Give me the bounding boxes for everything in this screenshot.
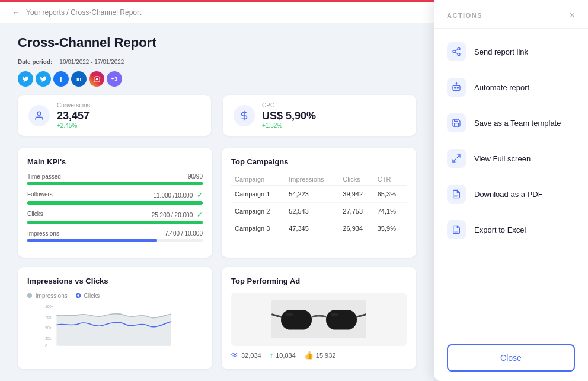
report-title: Cross-Channel Report — [18, 35, 416, 50]
svg-line-27 — [455, 52, 458, 54]
svg-point-2 — [37, 112, 41, 115]
action-excel[interactable]: XLS Export to Excel — [434, 212, 588, 247]
conversions-value: 23,457 — [57, 110, 90, 122]
close-button[interactable]: Close — [447, 344, 575, 372]
svg-point-30 — [456, 83, 456, 84]
cpc-value: US$ 5,90% — [262, 110, 316, 122]
pdf-label: Download as a PDF — [474, 190, 543, 199]
main-grid: Main KPI's Time passed 90/90 Foll — [18, 148, 416, 258]
likes-value: 15,932 — [316, 352, 336, 359]
campaigns-table: Campaign Impressions Clicks CTR Campaign… — [231, 173, 407, 237]
action-team-template[interactable]: Save as a Team template — [434, 105, 588, 141]
actions-title: ACTIONS — [447, 12, 482, 19]
col-ctr: CTR — [374, 173, 407, 186]
save-team-icon — [447, 113, 466, 132]
camp3-name: Campaign 3 — [231, 220, 285, 237]
kpi-card: Main KPI's Time passed 90/90 Foll — [18, 148, 212, 258]
kpi-clicks-fill — [27, 221, 203, 224]
excel-label: Export to Excel — [474, 226, 526, 234]
camp1-ctr: 65,3% — [374, 186, 407, 203]
ad-shares: ↑ 10,834 — [270, 351, 296, 360]
col-impressions: Impressions — [285, 173, 339, 186]
send-report-label: Send report link — [474, 47, 528, 56]
likes-icon: 👍 — [304, 351, 314, 360]
close-x-button[interactable]: × — [570, 11, 575, 20]
svg-text:100k: 100k — [45, 304, 54, 309]
col-campaign: Campaign — [231, 173, 285, 186]
conversions-metric: Conversions 23,457 +2.45% — [18, 95, 211, 136]
camp1-impressions: 54,223 — [285, 186, 339, 203]
conversions-data: Conversions 23,457 +2.45% — [57, 102, 90, 129]
kpi-impressions-fill — [27, 239, 157, 242]
chart-title: Impressions vs Clicks — [27, 277, 203, 285]
camp2-ctr: 74,1% — [374, 203, 407, 220]
cpc-icon — [234, 105, 255, 126]
automate-label: Automate report — [474, 83, 529, 92]
views-icon: 👁 — [231, 351, 239, 360]
kpi-clicks-value: 25.200 / 20.000 ✓ — [152, 211, 203, 219]
action-send-report[interactable]: Send report link — [434, 34, 588, 69]
facebook-icon[interactable]: f — [53, 71, 69, 87]
report-content: Cross-Channel Report Date period: 10/01/… — [0, 23, 434, 381]
col-clicks: Clicks — [339, 173, 373, 186]
sunglasses-image — [271, 300, 366, 338]
kpi-time: Time passed 90/90 — [27, 173, 203, 185]
views-value: 32,034 — [241, 352, 261, 359]
chart-legend: Impressions Clicks — [27, 293, 203, 299]
action-fullscreen[interactable]: View Full screen — [434, 141, 588, 176]
svg-text:0: 0 — [45, 344, 47, 347]
actions-panel: ACTIONS × Send report link — [434, 0, 588, 381]
fullscreen-icon — [447, 149, 466, 168]
campaigns-title: Top Campaigns — [231, 157, 407, 166]
svg-line-38 — [457, 155, 460, 158]
svg-text:50k: 50k — [45, 326, 52, 330]
svg-line-28 — [455, 49, 458, 51]
cpc-data: CPC US$ 5,90% +1.82% — [262, 102, 316, 129]
linkedin-icon[interactable]: in — [71, 71, 87, 87]
svg-point-23 — [331, 313, 338, 316]
main-container: ← Your reports / Cross-Channel Report Cr… — [0, 0, 588, 381]
pdf-icon: PDF — [447, 185, 466, 204]
cpc-change: +1.82% — [262, 122, 316, 129]
excel-icon: XLS — [447, 220, 466, 239]
shares-value: 10,834 — [276, 352, 296, 359]
actions-list: Send report link Automate report — [434, 29, 588, 335]
table-row: Campaign 3 47,345 26,934 35,9% — [231, 220, 407, 237]
action-pdf[interactable]: PDF Download as a PDF — [434, 176, 588, 212]
twitter-icon-2[interactable] — [36, 71, 51, 87]
cpc-label: CPC — [262, 102, 316, 109]
kpi-followers: Followers 11.000 /10.000 ✓ — [27, 191, 203, 205]
kpi-clicks: Clicks 25.200 / 20.000 ✓ — [27, 211, 203, 224]
fullscreen-label: View Full screen — [474, 154, 531, 163]
bottom-grid: Impressions vs Clicks Impressions Clicks — [18, 267, 416, 369]
kpi-time-fill — [27, 182, 203, 185]
svg-point-22 — [286, 313, 293, 316]
action-automate[interactable]: Automate report — [434, 69, 588, 105]
campaigns-card: Top Campaigns Campaign Impressions Click… — [222, 148, 416, 258]
instagram-icon[interactable] — [89, 71, 104, 87]
followers-check: ✓ — [197, 191, 203, 199]
svg-text:25k: 25k — [45, 336, 52, 341]
metrics-row: Conversions 23,457 +2.45% CPC US$ 5,90% … — [18, 95, 416, 136]
actions-header: ACTIONS × — [434, 0, 588, 29]
more-social-icon[interactable]: +3 — [107, 71, 122, 87]
svg-rect-21 — [326, 310, 357, 330]
chart-card: Impressions vs Clicks Impressions Clicks — [18, 267, 212, 369]
table-row: Campaign 2 52,543 27,753 74,1% — [231, 203, 407, 220]
ad-image — [231, 293, 407, 346]
kpi-followers-fill — [27, 201, 203, 205]
kpi-followers-bar — [27, 201, 203, 205]
conversions-icon — [28, 105, 50, 126]
cpc-metric: CPC US$ 5,90% +1.82% — [223, 95, 416, 136]
ad-card: Top Performing Ad — [222, 267, 416, 369]
kpi-followers-value: 11.000 /10.000 ✓ — [153, 191, 203, 199]
social-icons-row: f in +3 — [18, 71, 416, 87]
twitter-icon-1[interactable] — [18, 71, 33, 87]
ad-views: 👁 32,034 — [231, 351, 261, 360]
top-bar: ← Your reports / Cross-Channel Report — [0, 0, 434, 23]
camp3-ctr: 35,9% — [374, 220, 407, 237]
svg-rect-20 — [281, 310, 312, 330]
robot-icon — [447, 78, 466, 97]
back-button[interactable]: ← — [12, 8, 20, 17]
svg-rect-29 — [453, 85, 460, 90]
